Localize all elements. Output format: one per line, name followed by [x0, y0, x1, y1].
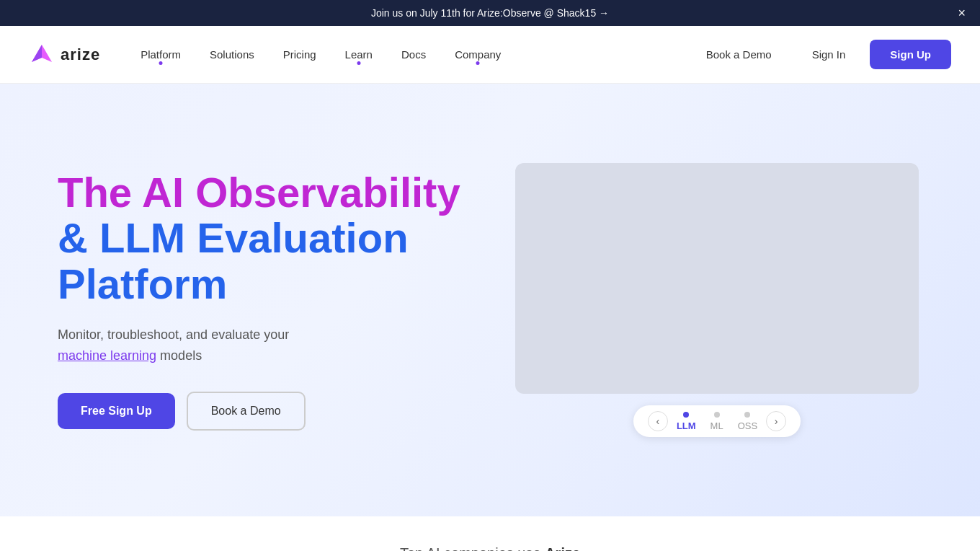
carousel-prev-button[interactable]: ‹: [648, 411, 668, 431]
banner-text: Join us on July 11th for Arize:Observe @…: [371, 7, 609, 19]
carousel-tab-dot-ml: [714, 412, 720, 418]
nav-dot-platform: [159, 61, 163, 65]
carousel-tab-oss[interactable]: OSS: [738, 412, 757, 431]
nav-dot-company: [476, 61, 480, 65]
hero-title-line3: Platform: [58, 261, 468, 307]
hero-subtitle: Monitor, troubleshoot, and evaluate your…: [58, 325, 468, 366]
nav-item-learn[interactable]: Learn: [334, 43, 384, 66]
carousel-tab-label-oss: OSS: [738, 420, 757, 431]
nav-item-platform[interactable]: Platform: [129, 43, 192, 66]
nav-item-company[interactable]: Company: [443, 43, 512, 66]
carousel-tab-llm[interactable]: LLM: [677, 412, 696, 431]
hero-right: ‹ LLM ML OSS ›: [512, 163, 922, 437]
carousel-tab-dot-oss: [744, 412, 750, 418]
banner-close-button[interactable]: ×: [958, 6, 966, 21]
hero-buttons: Free Sign Up Book a Demo: [58, 392, 468, 431]
sign-up-button[interactable]: Sign Up: [870, 40, 951, 69]
book-demo-button[interactable]: Book a Demo: [690, 41, 788, 68]
book-demo-hero-button[interactable]: Book a Demo: [187, 392, 306, 431]
carousel-tabs: LLM ML OSS: [677, 412, 757, 431]
nav-right: Book a Demo Sign In Sign Up: [690, 40, 951, 69]
announcement-banner: Join us on July 11th for Arize:Observe @…: [0, 0, 980, 26]
logo-link[interactable]: arize: [29, 42, 100, 68]
arize-logo-icon: [29, 42, 55, 68]
dashboard-image: [515, 163, 919, 394]
carousel-controls: ‹ LLM ML OSS ›: [633, 405, 801, 437]
logos-title: Top AI companies use Arize: [43, 545, 937, 551]
nav-dot-learn: [357, 61, 360, 65]
carousel-tab-label-llm: LLM: [677, 420, 696, 431]
carousel-next-button[interactable]: ›: [766, 411, 786, 431]
nav-item-pricing[interactable]: Pricing: [272, 43, 328, 66]
hero-title-line1: The AI Observability: [58, 169, 468, 216]
sign-in-button[interactable]: Sign In: [796, 41, 862, 68]
hero-section: The AI Observability & LLM Evaluation Pl…: [0, 84, 980, 516]
hero-title-line2: & LLM Evaluation: [58, 215, 468, 261]
logo-text: arize: [61, 45, 100, 64]
machine-learning-link[interactable]: machine learning: [58, 348, 156, 363]
nav-item-docs[interactable]: Docs: [390, 43, 437, 66]
carousel-tab-ml[interactable]: ML: [710, 412, 723, 431]
nav-item-solutions[interactable]: Solutions: [198, 43, 266, 66]
logos-section: Top AI companies use Arize clearcover ✳ …: [0, 516, 980, 551]
hero-left: The AI Observability & LLM Evaluation Pl…: [58, 169, 468, 431]
nav-links: Platform Solutions Pricing Learn Docs Co…: [129, 43, 690, 66]
carousel-tab-label-ml: ML: [710, 420, 723, 431]
carousel-tab-dot-llm: [683, 412, 689, 418]
free-signup-button[interactable]: Free Sign Up: [58, 393, 175, 429]
navbar: arize Platform Solutions Pricing Learn D…: [0, 26, 980, 84]
hero-title: The AI Observability & LLM Evaluation Pl…: [58, 169, 468, 307]
